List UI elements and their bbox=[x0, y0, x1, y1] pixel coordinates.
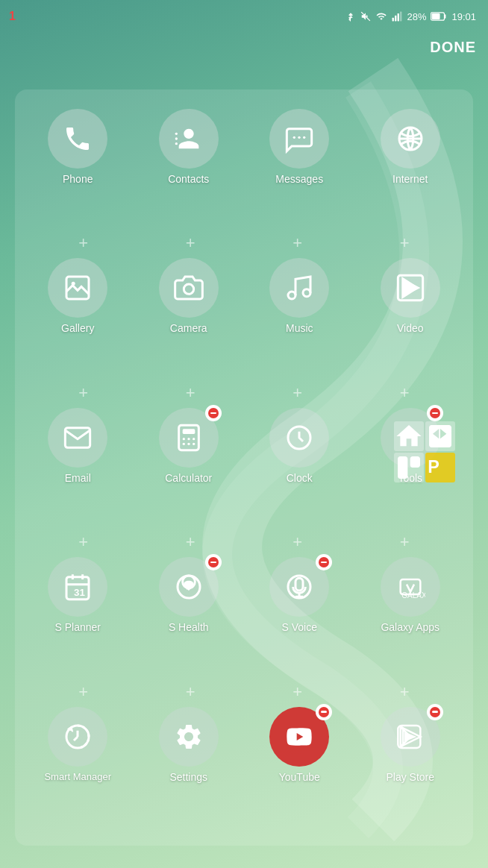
calculator-icon bbox=[174, 423, 204, 453]
youtube-icon bbox=[284, 722, 314, 752]
app-grid: Phone Contacts M bbox=[15, 89, 473, 846]
add-plus-2-3[interactable]: + bbox=[293, 383, 302, 403]
music-icon bbox=[284, 273, 314, 303]
messages-icon-circle bbox=[269, 109, 329, 169]
internet-icon bbox=[395, 124, 425, 154]
internet-icon-circle bbox=[381, 109, 440, 169]
status-icons: 28% 19:01 bbox=[345, 11, 476, 22]
video-icon-circle bbox=[381, 258, 440, 318]
app-youtube[interactable]: YouTube bbox=[251, 702, 348, 788]
svg-text:P: P bbox=[428, 456, 439, 476]
app-messages[interactable]: Messages bbox=[251, 104, 348, 190]
camera-label: Camera bbox=[170, 322, 207, 335]
app-clock[interactable]: Clock bbox=[251, 403, 348, 489]
messages-label: Messages bbox=[275, 173, 323, 186]
settings-label: Settings bbox=[169, 771, 207, 784]
status-bar: 1 28% 19:01 bbox=[0, 0, 488, 33]
add-plus-2-2[interactable]: + bbox=[186, 383, 195, 403]
camera-icon bbox=[174, 273, 204, 303]
svoice-icon-circle bbox=[269, 557, 329, 617]
app-gallery[interactable]: Gallery bbox=[29, 254, 126, 339]
gallery-icon bbox=[63, 273, 93, 303]
app-camera[interactable]: Camera bbox=[140, 254, 237, 339]
app-row-3: Email Calculator bbox=[22, 403, 466, 532]
app-row-4: 31 S Planner S Health bbox=[22, 553, 466, 681]
settings-icon bbox=[174, 722, 204, 752]
add-plus-3-1[interactable]: + bbox=[78, 532, 88, 552]
splanner-icon-circle: 31 bbox=[48, 557, 107, 617]
add-plus-1-2[interactable]: + bbox=[186, 233, 195, 253]
add-plus-1-4[interactable]: + bbox=[400, 233, 410, 253]
shealth-remove-badge[interactable] bbox=[205, 554, 222, 570]
add-plus-1-1[interactable]: + bbox=[78, 233, 88, 253]
music-icon-circle bbox=[269, 258, 329, 318]
video-icon bbox=[395, 273, 425, 303]
add-plus-4-2[interactable]: + bbox=[186, 682, 195, 702]
app-internet[interactable]: Internet bbox=[362, 104, 459, 190]
add-plus-4-3[interactable]: + bbox=[293, 682, 302, 702]
youtube-icon-circle bbox=[269, 707, 329, 767]
youtube-remove-badge[interactable] bbox=[316, 704, 332, 720]
wifi-icon bbox=[375, 11, 387, 22]
add-plus-1-3[interactable]: + bbox=[293, 233, 302, 253]
add-plus-3-4[interactable]: + bbox=[400, 532, 410, 552]
contacts-icon bbox=[174, 124, 204, 154]
app-splanner[interactable]: 31 S Planner bbox=[29, 553, 126, 638]
app-phone[interactable]: Phone bbox=[29, 104, 126, 190]
clock-label: Clock bbox=[287, 472, 313, 485]
add-plus-2-4[interactable]: + bbox=[400, 383, 410, 403]
contacts-label: Contacts bbox=[168, 173, 209, 186]
app-contacts[interactable]: Contacts bbox=[140, 104, 237, 190]
svg-text:31: 31 bbox=[74, 587, 85, 598]
calculator-remove-badge[interactable] bbox=[205, 405, 222, 421]
galaxyapps-icon-circle: GALAXY bbox=[381, 557, 440, 617]
tools-remove-badge[interactable] bbox=[427, 405, 443, 421]
camera-icon-circle bbox=[159, 258, 219, 318]
app-music[interactable]: Music bbox=[251, 254, 348, 339]
battery-percentage: 28% bbox=[407, 11, 426, 22]
add-plus-3-3[interactable]: + bbox=[293, 532, 302, 552]
playstore-icon bbox=[395, 722, 425, 752]
tools-folder-icon: P bbox=[394, 421, 427, 454]
shealth-icon bbox=[174, 572, 204, 602]
svg-point-18 bbox=[303, 289, 310, 297]
smartmanager-icon bbox=[63, 722, 93, 752]
email-icon bbox=[63, 423, 93, 453]
add-row-2: + + + + bbox=[22, 383, 466, 403]
svg-point-25 bbox=[182, 438, 184, 440]
app-shealth[interactable]: S Health bbox=[140, 553, 237, 638]
app-playstore[interactable]: Play Store bbox=[362, 702, 459, 788]
youtube-label: YouTube bbox=[279, 771, 320, 784]
add-row-1: + + + + bbox=[22, 233, 466, 254]
done-button[interactable]: DONE bbox=[430, 39, 476, 56]
app-email[interactable]: Email bbox=[29, 403, 126, 489]
svg-point-26 bbox=[187, 438, 190, 440]
shealth-label: S Health bbox=[169, 621, 209, 634]
svg-point-11 bbox=[298, 136, 301, 139]
app-svoice[interactable]: S Voice bbox=[251, 553, 348, 638]
add-plus-2-1[interactable]: + bbox=[78, 383, 88, 403]
playstore-remove-badge[interactable] bbox=[427, 704, 443, 720]
svg-rect-2 bbox=[395, 16, 397, 22]
app-row-1: Phone Contacts M bbox=[22, 104, 466, 233]
add-plus-4-1[interactable]: + bbox=[78, 682, 88, 702]
svg-point-12 bbox=[303, 136, 305, 139]
svg-rect-24 bbox=[182, 429, 195, 434]
app-settings[interactable]: Settings bbox=[140, 702, 237, 788]
add-plus-3-2[interactable]: + bbox=[186, 532, 195, 552]
add-plus-4-4[interactable]: + bbox=[400, 682, 410, 702]
signal-icon bbox=[392, 11, 402, 22]
email-label: Email bbox=[65, 472, 91, 485]
splanner-icon: 31 bbox=[63, 572, 93, 602]
playstore-icon-circle bbox=[381, 707, 440, 767]
messages-icon bbox=[284, 124, 314, 154]
battery-icon bbox=[431, 12, 447, 21]
app-video[interactable]: Video bbox=[362, 254, 459, 339]
app-galaxyapps[interactable]: GALAXY Galaxy Apps bbox=[362, 553, 459, 638]
app-tools[interactable]: P Tools bbox=[362, 403, 459, 489]
svoice-remove-badge[interactable] bbox=[316, 554, 332, 570]
app-calculator[interactable]: Calculator bbox=[140, 403, 237, 489]
app-smartmanager[interactable]: Smart Manager bbox=[29, 702, 126, 787]
bluetooth-icon bbox=[345, 11, 356, 22]
svg-rect-38 bbox=[295, 579, 303, 591]
